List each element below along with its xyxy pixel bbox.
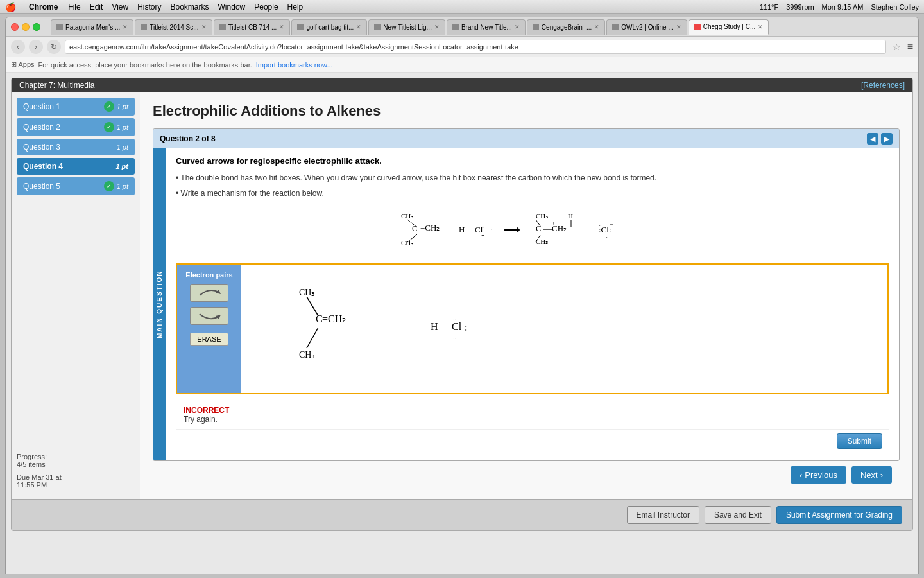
forward-button[interactable]: ›	[29, 40, 43, 54]
close-button[interactable]	[11, 23, 19, 31]
tab-favicon-2	[219, 24, 226, 30]
tab-close-3[interactable]: ✕	[356, 24, 361, 30]
maximize-button[interactable]	[33, 23, 40, 31]
pt-badge-1: 1 pt	[117, 103, 128, 110]
bookmark-star[interactable]: ☆	[893, 42, 901, 52]
svg-text:=CH₂: =CH₂	[420, 223, 440, 232]
question-item-4[interactable]: Question 4 1 pt	[17, 158, 135, 175]
question-item-2[interactable]: Question 2 ✓ 1 pt	[17, 118, 135, 136]
tab-8[interactable]: Chegg Study | C... ✕	[689, 19, 769, 35]
tab-bar: Patagonia Men's ... ✕ Titleist 2014 Sc..…	[6, 17, 918, 37]
svg-text:··: ··	[481, 223, 484, 231]
save-exit-button[interactable]: Save and Exit	[705, 506, 771, 524]
question-item-3[interactable]: Question 3 1 pt	[17, 139, 135, 155]
submit-question-button[interactable]: Submit	[837, 434, 882, 449]
references-link[interactable]: [References]	[861, 81, 905, 90]
pt-badge-3: 1 pt	[117, 143, 128, 151]
feedback-area: INCORRECT Try again.	[176, 401, 889, 429]
tab-1[interactable]: Titleist 2014 Sc... ✕	[135, 19, 212, 35]
temperature: 111°F	[760, 3, 778, 11]
tab-0[interactable]: Patagonia Men's ... ✕	[51, 19, 133, 35]
menu-people[interactable]: People	[254, 3, 278, 12]
tab-close-7[interactable]: ✕	[676, 24, 681, 30]
check-badge-5: ✓	[104, 181, 114, 191]
question-label-2: Question 2	[23, 123, 60, 132]
menu-window[interactable]: Window	[218, 3, 246, 12]
svg-text:C: C	[536, 223, 542, 233]
bookmarks-bar: ⊞ Apps For quick access, place your book…	[6, 57, 918, 73]
bottom-nav: ‹ Previous Next ›	[153, 461, 900, 489]
drawing-area[interactable]: CH₃ C =CH₂	[241, 265, 887, 393]
tab-close-4[interactable]: ✕	[434, 24, 440, 30]
bookmarks-text: For quick access, place your bookmarks h…	[38, 61, 252, 69]
tab-7[interactable]: OWLv2 | Online ... ✕	[606, 19, 687, 35]
chrome-menu-icon[interactable]: ≡	[907, 41, 913, 53]
tab-close-6[interactable]: ✕	[594, 24, 599, 30]
menu-bookmarks[interactable]: Bookmarks	[171, 3, 209, 12]
feedback-tryagain: Try again.	[184, 415, 881, 424]
next-button[interactable]: Next ›	[851, 466, 892, 484]
question-box: Question 2 of 8 ◀ ▶ MAIN QUESTION	[153, 128, 900, 461]
main-question-label: MAIN QUESTION	[153, 148, 166, 460]
menu-file[interactable]: File	[68, 3, 80, 12]
question-item-1[interactable]: Question 1 ✓ 1 pt	[17, 98, 135, 116]
menu-right: 111°F 3999rpm Mon 9:15 AM Stephen Colley	[760, 3, 919, 11]
content-layout: Question 1 ✓ 1 pt Question 2 ✓ 1 pt	[12, 92, 912, 499]
menu-history[interactable]: History	[137, 3, 161, 12]
tab-close-5[interactable]: ✕	[515, 24, 520, 30]
curved-arrow-tool-2[interactable]	[190, 307, 228, 325]
chem-equation-top: CH₃ C =CH₂ CH₃ +	[176, 207, 889, 254]
svg-line-34	[307, 328, 318, 348]
chrome-window: Patagonia Men's ... ✕ Titleist 2014 Sc..…	[5, 17, 919, 574]
tabs-container: Patagonia Men's ... ✕ Titleist 2014 Sc..…	[51, 19, 913, 35]
rpm: 3999rpm	[786, 3, 814, 11]
tab-favicon-7	[612, 24, 619, 30]
tab-close-2[interactable]: ✕	[279, 24, 284, 30]
bullet-1: • The double bond has two hit boxes. Whe…	[176, 172, 889, 184]
back-button[interactable]: ‹	[11, 40, 25, 54]
tab-3[interactable]: golf cart bag tit... ✕	[291, 19, 367, 35]
tab-4[interactable]: New Titleist Lig... ✕	[368, 19, 445, 35]
apps-icon[interactable]: ⊞ Apps	[11, 60, 35, 69]
previous-button[interactable]: ‹ Previous	[791, 466, 846, 484]
menu-bar: 🍎 Chrome File Edit View History Bookmark…	[0, 0, 924, 14]
question-label-4: Question 4	[23, 162, 63, 171]
svg-text:··: ··	[606, 234, 609, 240]
tab-5[interactable]: Brand New Title... ✕	[447, 19, 526, 35]
next-chevron-icon: ›	[880, 470, 883, 480]
erase-button[interactable]: ERASE	[190, 333, 228, 346]
reload-button[interactable]: ↻	[47, 40, 61, 54]
menu-help[interactable]: Help	[287, 3, 304, 12]
tab-close-8[interactable]: ✕	[758, 24, 763, 30]
svg-text::: :	[465, 322, 467, 333]
question-item-5[interactable]: Question 5 ✓ 1 pt	[17, 177, 135, 195]
question-prev-icon[interactable]: ◀	[867, 133, 878, 144]
tab-6[interactable]: CengageBrain -... ✕	[527, 19, 605, 35]
progress-value: 4/5 items	[17, 460, 135, 468]
page-title: Electrophilic Additions to Alkenes	[153, 103, 900, 119]
apple-menu[interactable]: 🍎	[5, 2, 16, 12]
svg-text::: :	[491, 224, 493, 231]
menu-edit[interactable]: Edit	[90, 3, 103, 12]
browser-content: Chapter 7: Multimedia [References] Quest…	[6, 73, 918, 574]
tab-close-1[interactable]: ✕	[201, 24, 207, 30]
svg-text:—CH₂: —CH₂	[543, 223, 567, 233]
svg-text:CH₃: CH₃	[536, 238, 548, 245]
tab-2[interactable]: Titleist CB 714 ... ✕	[214, 19, 291, 35]
svg-text:CH₃: CH₃	[299, 350, 315, 360]
import-bookmarks-link[interactable]: Import bookmarks now...	[256, 61, 333, 69]
tab-close-0[interactable]: ✕	[123, 24, 128, 30]
question-next-icon[interactable]: ▶	[881, 133, 893, 144]
tab-favicon-5	[452, 24, 459, 30]
address-bar[interactable]	[65, 40, 886, 54]
check-badge-2: ✓	[104, 122, 114, 132]
menu-view[interactable]: View	[112, 3, 128, 12]
interaction-area: Electron pairs	[176, 263, 889, 394]
svg-marker-29	[216, 315, 221, 319]
submit-assignment-button[interactable]: Submit Assignment for Grading	[776, 506, 902, 524]
minimize-button[interactable]	[22, 23, 30, 31]
feedback-incorrect: INCORRECT	[184, 406, 881, 415]
email-instructor-button[interactable]: Email Instructor	[627, 506, 699, 524]
curved-arrow-tool-1[interactable]	[190, 284, 228, 302]
question-nav-icons: ◀ ▶	[867, 133, 893, 144]
